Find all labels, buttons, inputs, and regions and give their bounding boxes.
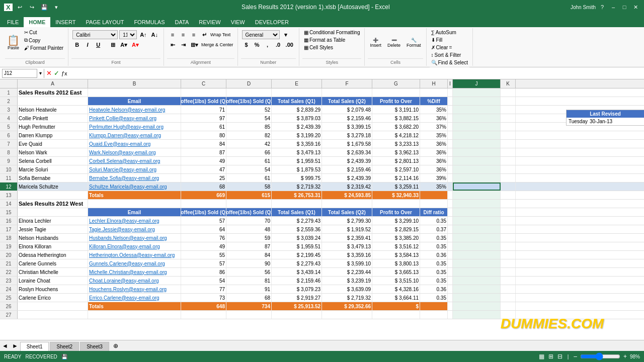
format-painter-button[interactable]: 🖌 Format Painter bbox=[23, 45, 65, 51]
align-left-button[interactable]: ≡ bbox=[168, 30, 177, 39]
col-header-C[interactable]: C bbox=[181, 79, 226, 88]
number-format-select[interactable]: General bbox=[242, 30, 280, 39]
previous-sheet-button[interactable]: ◄ bbox=[0, 341, 10, 351]
sheet-tab-2[interactable]: Sheet2 bbox=[50, 342, 79, 351]
font-color-button[interactable]: A▾ bbox=[130, 40, 140, 49]
confirm-formula-button[interactable]: ✓ bbox=[54, 69, 59, 77]
sheet-tab-3[interactable]: Sheet3 bbox=[80, 342, 109, 351]
page-break-button[interactable]: ⊟ bbox=[556, 353, 564, 360]
cell-2J[interactable] bbox=[453, 97, 501, 105]
delete-cells-button[interactable]: ➖ Delete bbox=[385, 29, 403, 56]
col-header-J[interactable]: J bbox=[453, 79, 501, 88]
col-header-E[interactable]: E bbox=[272, 79, 322, 88]
col-header-B[interactable]: B bbox=[88, 79, 181, 88]
insert-function-button[interactable]: ƒx bbox=[61, 70, 67, 76]
cell-2E[interactable]: Total Sales (Q1) bbox=[272, 97, 322, 105]
bold-button[interactable]: B bbox=[72, 40, 82, 49]
align-right-button[interactable]: ≡ bbox=[189, 30, 198, 39]
close-button[interactable]: ✕ bbox=[631, 3, 640, 12]
cell-1B[interactable] bbox=[88, 88, 181, 97]
help-button[interactable]: ? bbox=[598, 3, 607, 12]
formula-input[interactable] bbox=[69, 69, 642, 78]
format-cells-button[interactable]: 🔧 Format bbox=[405, 29, 423, 56]
comma-button[interactable]: , bbox=[263, 40, 272, 49]
find-select-button[interactable]: 🔍 Find & Select bbox=[430, 59, 469, 66]
tab-data[interactable]: DATA bbox=[170, 17, 194, 27]
indent-increase-button[interactable]: ⇥ bbox=[179, 40, 188, 49]
sheet-tab-1[interactable]: Sheet1 bbox=[20, 342, 49, 351]
cell-1A[interactable]: Sales Results 2012 East bbox=[18, 88, 88, 97]
zoom-in-button[interactable]: + bbox=[622, 353, 628, 360]
cell-2A[interactable] bbox=[18, 97, 88, 105]
align-center-button[interactable]: ≡ bbox=[179, 30, 188, 39]
cell-1K[interactable] bbox=[501, 88, 516, 97]
decrease-font-button[interactable]: A↓ bbox=[150, 30, 159, 39]
col-header-D[interactable]: D bbox=[226, 79, 272, 88]
decimal-dec-button[interactable]: .00 bbox=[284, 40, 295, 49]
col-header-A[interactable]: A bbox=[18, 79, 88, 88]
number-format-expand[interactable]: ▾ bbox=[281, 30, 290, 39]
insert-cells-button[interactable]: ➕ Insert bbox=[368, 29, 383, 56]
tab-insert[interactable]: INSERT bbox=[50, 17, 80, 27]
cell-1I[interactable] bbox=[448, 88, 453, 97]
conditional-formatting-button[interactable]: ▦ Conditional Formatting bbox=[302, 29, 362, 36]
col-header-H[interactable]: H bbox=[420, 79, 448, 88]
cell-ref-dropdown[interactable]: ▾ bbox=[39, 70, 42, 76]
cell-1J[interactable] bbox=[453, 88, 501, 97]
cell-2C[interactable]: Coffee(1lbs) Sold (Q1) bbox=[181, 97, 226, 105]
tab-file[interactable]: FILE bbox=[2, 17, 24, 27]
sort-filter-button[interactable]: ↕ Sort & Filter bbox=[430, 52, 469, 58]
clear-button[interactable]: ✗ Clear = bbox=[430, 44, 469, 51]
font-size-select[interactable]: 11 bbox=[119, 30, 137, 39]
cell-1F[interactable] bbox=[322, 88, 372, 97]
paste-button[interactable]: 📋 Paste bbox=[5, 29, 22, 56]
next-sheet-button[interactable]: ► bbox=[10, 341, 20, 351]
underline-button[interactable]: U bbox=[94, 40, 103, 49]
cell-styles-button[interactable]: ▦ Cell Styles bbox=[302, 44, 362, 51]
cell-2K[interactable] bbox=[501, 97, 516, 105]
maximize-button[interactable]: □ bbox=[620, 3, 629, 12]
indent-decrease-button[interactable]: ⇤ bbox=[168, 40, 177, 49]
font-family-select[interactable]: Calibri bbox=[72, 30, 118, 39]
fill-color-button[interactable]: A▾ bbox=[119, 40, 129, 49]
merge-center-button[interactable]: ⊞▾ bbox=[189, 40, 200, 49]
cell-1C[interactable] bbox=[181, 88, 226, 97]
cell-2D[interactable]: Coffee(1lbs) Sold (Q2) bbox=[226, 97, 272, 105]
percent-button[interactable]: % bbox=[253, 40, 262, 49]
cell-1G[interactable] bbox=[372, 88, 420, 97]
zoom-out-button[interactable]: – bbox=[573, 353, 578, 360]
col-header-I[interactable]: I bbox=[448, 79, 453, 88]
tab-home[interactable]: HOME bbox=[24, 17, 50, 27]
tab-review[interactable]: REVIEW bbox=[194, 17, 225, 27]
qa-customize[interactable]: ▾ bbox=[52, 3, 61, 12]
cell-2F[interactable]: Total Sales (Q2) bbox=[322, 97, 372, 105]
col-header-F[interactable]: F bbox=[322, 79, 372, 88]
fill-button[interactable]: ⬇ Fill bbox=[430, 37, 469, 43]
italic-button[interactable]: I bbox=[83, 40, 92, 49]
wrap-text-button[interactable]: ↵ bbox=[200, 30, 209, 39]
col-header-K[interactable]: K bbox=[501, 79, 516, 88]
copy-button[interactable]: ⧉ Copy bbox=[23, 37, 65, 44]
normal-view-button[interactable]: ▦ bbox=[538, 353, 545, 360]
zoom-slider[interactable] bbox=[580, 352, 620, 360]
tab-formulas[interactable]: FORMULAS bbox=[129, 17, 170, 27]
cell-2H[interactable]: %Diff bbox=[420, 97, 448, 105]
minimize-button[interactable]: – bbox=[609, 3, 618, 12]
decimal-inc-button[interactable]: .0 bbox=[274, 40, 283, 49]
cancel-formula-button[interactable]: ✕ bbox=[46, 69, 52, 77]
increase-font-button[interactable]: A↑ bbox=[138, 30, 148, 39]
cell-2B[interactable]: Email bbox=[88, 97, 181, 105]
currency-button[interactable]: $ bbox=[242, 40, 251, 49]
tab-developer[interactable]: DEVELOPER bbox=[250, 17, 294, 27]
cell-1D[interactable] bbox=[226, 88, 272, 97]
redo-button[interactable]: ↪ bbox=[28, 3, 37, 12]
cell-2G[interactable]: Profit to Over bbox=[372, 97, 420, 105]
save-button[interactable]: 💾 bbox=[40, 3, 49, 12]
autosum-button[interactable]: ∑ AutoSum bbox=[430, 29, 469, 36]
undo-button[interactable]: ↩ bbox=[16, 3, 25, 12]
format-as-table-button[interactable]: ▦ Format as Table bbox=[302, 37, 362, 43]
col-header-G[interactable]: G bbox=[372, 79, 420, 88]
cell-1H[interactable] bbox=[420, 88, 448, 97]
cut-button[interactable]: ✂ Cut bbox=[23, 29, 65, 36]
add-sheet-button[interactable]: ⊕ bbox=[110, 341, 121, 351]
